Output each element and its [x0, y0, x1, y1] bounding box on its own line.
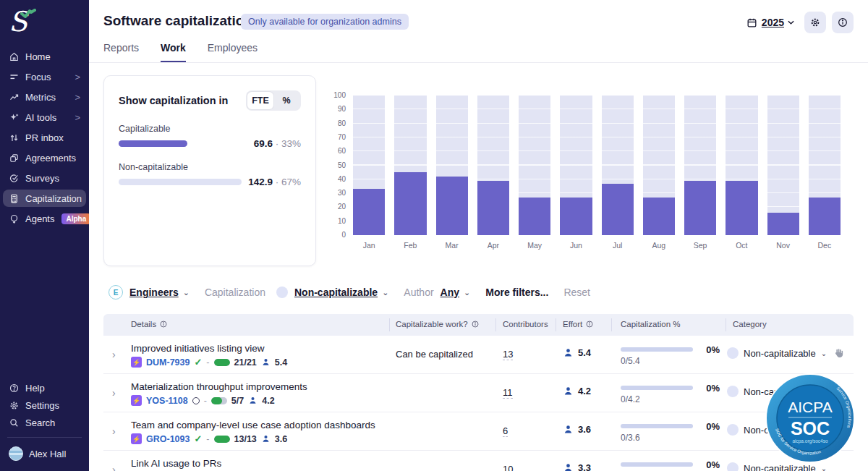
filter-bar: E Engineers ⌄ Capitalization Non-capital…: [109, 285, 590, 300]
meta-effort: 5.4: [275, 357, 287, 368]
capitalization-pct: 0%: [675, 421, 720, 432]
app-logo[interactable]: S: [7, 6, 39, 42]
chart-bar[interactable]: [809, 96, 841, 235]
chart-bar[interactable]: [643, 96, 675, 235]
tab-work[interactable]: Work: [161, 42, 186, 62]
sidebar-item-ai-tools[interactable]: AI tools >: [3, 109, 86, 126]
category-select[interactable]: Non-capitalizable ⌄: [727, 347, 827, 359]
chart-bar[interactable]: [519, 96, 550, 235]
info-icon: [159, 320, 168, 328]
sidebar-item-search[interactable]: Search: [3, 414, 86, 431]
card-title: Show capitalization in: [119, 95, 228, 106]
tab-employees[interactable]: Employees: [208, 42, 258, 62]
chart-bar[interactable]: [436, 96, 468, 235]
sidebar-footer: Help Settings Search Alex Hall: [3, 379, 86, 464]
capitalization-summary-card: Show capitalization in FTE % Capitalizab…: [103, 75, 316, 266]
contributors-cell[interactable]: 10: [503, 464, 513, 471]
ticket-link[interactable]: YOS-1108: [146, 396, 188, 406]
fte-percent-toggle[interactable]: FTE %: [246, 90, 301, 111]
column-category[interactable]: Category: [733, 320, 767, 328]
table-row[interactable]: › Team and company-level use case adopti…: [103, 412, 854, 451]
reset-filters-button[interactable]: Reset: [563, 287, 590, 298]
chart-bar[interactable]: [684, 96, 716, 235]
divider: [611, 318, 612, 331]
table-header: Details Capitalizable work? Contributors…: [103, 314, 854, 336]
column-effort[interactable]: Effort: [563, 320, 594, 328]
sidebar-item-home[interactable]: Home: [3, 48, 86, 65]
chevron-right-icon: >: [75, 92, 80, 103]
column-capitalization-pct[interactable]: Capitalization %: [621, 320, 680, 328]
column-contributors[interactable]: Contributors: [503, 320, 548, 328]
expand-chevron-icon[interactable]: ›: [112, 425, 116, 437]
work-item-title[interactable]: Improved initiatives listing view: [131, 343, 265, 354]
ticket-link[interactable]: GRO-1093: [146, 434, 190, 444]
person-icon: [563, 386, 574, 396]
sidebar-item-metrics[interactable]: Metrics >: [3, 88, 86, 106]
chart-bar[interactable]: [602, 96, 634, 235]
x-tick-label: Apr: [477, 241, 509, 250]
help-icon: [9, 383, 20, 394]
author-filter-label: Author: [404, 287, 433, 298]
y-tick-label: 60: [338, 147, 346, 155]
capitalization-filter[interactable]: Non-capitalizable: [294, 287, 378, 298]
info-button[interactable]: [832, 12, 854, 33]
toggle-fte[interactable]: FTE: [247, 92, 273, 109]
expand-chevron-icon[interactable]: ›: [112, 349, 116, 360]
sidebar: S Home Focus > Metrics > AI tools > PR i…: [0, 0, 89, 471]
settings-button[interactable]: [804, 12, 826, 33]
sidebar-item-capitalization[interactable]: Capitalization: [3, 190, 86, 207]
column-capitalizable-work[interactable]: Capitalizable work?: [396, 320, 480, 328]
summary-pct: · 67%: [276, 177, 301, 187]
table-row[interactable]: › Improved initiatives listing view ⚡ DU…: [103, 336, 854, 374]
chart-bar[interactable]: [767, 96, 799, 235]
expand-chevron-icon[interactable]: ›: [112, 387, 116, 399]
category-color-dot: [276, 287, 288, 298]
column-details[interactable]: Details: [131, 320, 168, 328]
user-name: Alex Hall: [29, 449, 66, 459]
tab-reports[interactable]: Reports: [103, 42, 139, 62]
capitalizable-summary: Capitalizable 69.6 · 33%: [119, 124, 301, 149]
table-row[interactable]: › Materialization throughput improvement…: [103, 374, 854, 412]
chart-bar[interactable]: [726, 96, 757, 235]
chart-bar[interactable]: [394, 96, 426, 235]
work-item-title[interactable]: Link AI usage to PRs: [131, 458, 221, 469]
toggle-percent[interactable]: %: [273, 92, 299, 109]
table-row[interactable]: › Link AI usage to PRs 10 3.3 0% Non-cap…: [103, 451, 854, 471]
author-filter[interactable]: Any: [441, 287, 459, 298]
non-capitalizable-summary: Non-capitalizable 142.9 · 67%: [119, 162, 301, 187]
person-icon: [563, 347, 574, 358]
surveys-icon: [9, 173, 20, 184]
sidebar-item-surveys[interactable]: Surveys: [3, 169, 86, 187]
contributors-cell[interactable]: 13: [503, 349, 513, 360]
sidebar-item-agreements[interactable]: Agreements: [3, 149, 86, 166]
chart-bar[interactable]: [353, 96, 385, 235]
chart-plot: [353, 96, 841, 235]
contributors-cell[interactable]: 11: [503, 387, 513, 399]
chart-bar[interactable]: [560, 96, 592, 235]
sidebar-item-pr-inbox[interactable]: PR inbox: [3, 129, 86, 146]
calendar-icon: [746, 17, 758, 29]
contributors-cell[interactable]: 6: [503, 425, 508, 437]
chart-bar[interactable]: [477, 96, 509, 235]
sidebar-item-agents[interactable]: Agents Alpha: [3, 210, 86, 227]
effort-cell: 3.3: [563, 462, 591, 471]
sidebar-item-focus[interactable]: Focus >: [3, 68, 86, 85]
user-menu[interactable]: Alex Hall: [3, 444, 86, 464]
main-content: Software capitalization Only available f…: [89, 0, 868, 471]
x-tick-label: Jan: [353, 241, 385, 250]
sidebar-item-help[interactable]: Help: [3, 379, 86, 396]
person-icon: [261, 434, 271, 444]
group-filter[interactable]: Engineers: [129, 287, 179, 298]
category-value: Non-capitalizable: [744, 348, 816, 359]
checks-count: 21/21: [234, 357, 257, 368]
work-item-title[interactable]: Team and company-level use case adoption…: [131, 420, 375, 430]
sidebar-item-settings[interactable]: Settings: [3, 396, 86, 414]
work-item-title[interactable]: Materialization throughput improvements: [131, 381, 307, 392]
x-tick-label: May: [519, 241, 550, 250]
ticket-link[interactable]: DUM-7939: [146, 357, 190, 368]
sidebar-item-label: Settings: [25, 400, 59, 411]
home-icon: [9, 51, 20, 62]
more-filters-button[interactable]: More filters...: [485, 287, 548, 298]
expand-chevron-icon[interactable]: ›: [112, 464, 116, 471]
year-picker[interactable]: 2025: [746, 17, 794, 29]
